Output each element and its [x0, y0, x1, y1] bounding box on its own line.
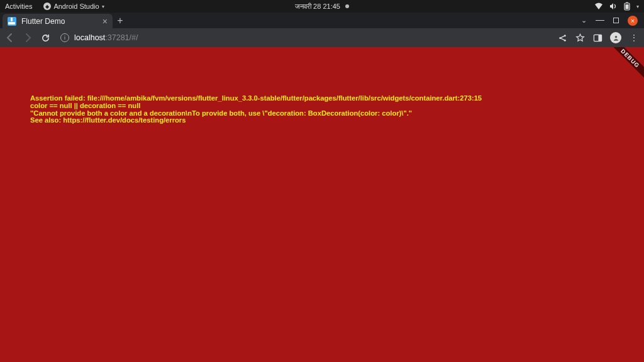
system-clock[interactable]: जनवरी 28 21:45 [295, 3, 349, 11]
new-tab-button[interactable]: + [113, 13, 128, 28]
flutter-favicon-icon [8, 17, 16, 26]
system-status-area[interactable]: ▾ [594, 2, 639, 11]
address-path: :37281/#/ [105, 33, 138, 42]
tab-search-icon[interactable]: ⌄ [581, 16, 587, 25]
browser-tab[interactable]: Flutter Demo × [3, 14, 113, 28]
forward-button[interactable] [23, 33, 33, 43]
svg-rect-7 [598, 35, 601, 41]
kebab-menu-icon[interactable]: ⋮ [629, 33, 639, 43]
svg-rect-2 [626, 4, 629, 9]
debug-banner: DEBUG [605, 47, 644, 84]
activities-button[interactable]: Activities [5, 3, 32, 10]
close-tab-icon[interactable]: × [103, 16, 108, 26]
app-menu-label: Android Studio [53, 3, 99, 10]
address-host: localhost [74, 33, 105, 42]
clock-text: जनवरी 28 21:45 [295, 3, 340, 11]
back-button[interactable] [5, 33, 15, 43]
minimize-button[interactable]: — [596, 14, 604, 25]
chevron-down-icon: ▾ [102, 4, 104, 9]
address-bar[interactable]: i localhost:37281/#/ [58, 33, 550, 42]
tab-strip: Flutter Demo × + ⌄ — × [0, 13, 644, 28]
tab-title: Flutter Demo [21, 17, 65, 26]
window-close-button[interactable]: × [628, 16, 638, 26]
site-info-icon[interactable]: i [60, 33, 69, 42]
page-viewport: DEBUG Assertion failed: file:///home/amb… [0, 47, 644, 362]
flutter-error-message: Assertion failed: file:///home/ambika/fv… [30, 95, 482, 124]
chevron-down-icon: ▾ [636, 4, 639, 9]
svg-point-8 [614, 35, 617, 38]
browser-window: Flutter Demo × + ⌄ — × i localhost:37281… [0, 13, 644, 362]
share-icon[interactable] [557, 33, 567, 43]
system-top-bar: Activities ◆ Android Studio ▾ जनवरी 28 2… [0, 0, 644, 13]
app-menu[interactable]: ◆ Android Studio ▾ [43, 3, 104, 10]
android-studio-icon: ◆ [43, 3, 51, 10]
browser-toolbar: i localhost:37281/#/ ⋮ [0, 28, 644, 47]
svg-rect-1 [626, 3, 628, 4]
profile-avatar-icon[interactable] [610, 32, 621, 43]
volume-icon [609, 3, 618, 10]
battery-icon [624, 2, 630, 11]
window-controls: ⌄ — × [581, 13, 644, 28]
bookmark-icon[interactable] [575, 33, 585, 43]
maximize-button[interactable] [613, 18, 619, 23]
reload-button[interactable] [40, 33, 50, 43]
notification-dot-icon [345, 4, 349, 8]
wifi-icon [594, 3, 603, 10]
panel-toggle-icon[interactable] [592, 33, 602, 43]
